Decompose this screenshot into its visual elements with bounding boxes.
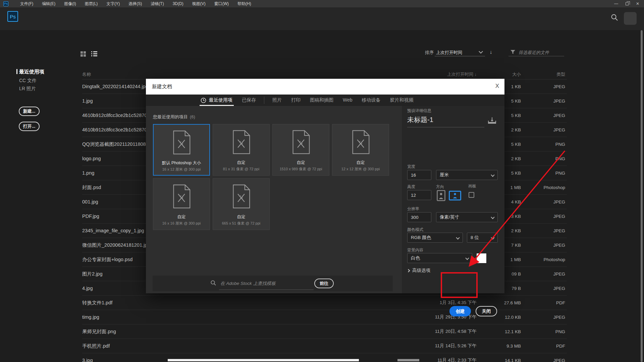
menu-item[interactable]: 图像(I) bbox=[60, 0, 80, 7]
dialog-tab[interactable]: 已保存 bbox=[237, 95, 261, 106]
document-template-icon bbox=[172, 130, 191, 155]
col-type[interactable]: 类型 bbox=[521, 71, 565, 77]
template-card[interactable]: 自定 665 x 51 像素 @ 72 ppi bbox=[213, 178, 270, 230]
chevron-down-icon bbox=[491, 215, 494, 219]
table-row[interactable]: 手机照片.pdf 11月 14日, 5:26 下午 9.3 MB PDF bbox=[82, 339, 567, 353]
annotation-highlight-box bbox=[441, 272, 478, 298]
template-card[interactable]: 默认 Photoshop 大小 16 x 12 厘米 @ 300 ppi bbox=[153, 124, 210, 176]
preset-header: 预设详细信息 bbox=[407, 108, 431, 114]
dialog-title-bar: 新建文档 X bbox=[146, 79, 504, 95]
horizontal-scrollbar[interactable] bbox=[168, 359, 359, 361]
document-template-icon bbox=[291, 130, 311, 155]
vertical-scrollbar[interactable] bbox=[641, 30, 643, 362]
sort-direction-icon[interactable]: ↓ bbox=[490, 49, 492, 55]
background-label: 背景内容 bbox=[407, 247, 423, 253]
chevron-down-icon bbox=[491, 173, 494, 177]
menu-item[interactable]: 选择(S) bbox=[124, 0, 146, 7]
save-preset-icon[interactable] bbox=[488, 117, 496, 125]
sort-label: 排序 bbox=[425, 50, 434, 56]
table-header[interactable]: 名称 上次打开时间 ↓ 大小 类型 bbox=[82, 70, 567, 79]
document-name-input[interactable]: 未标题-1 bbox=[407, 115, 484, 127]
search-icon[interactable] bbox=[610, 13, 619, 21]
account-avatar[interactable] bbox=[624, 12, 637, 25]
sidebar-nav-item[interactable]: LR 照片 bbox=[19, 86, 36, 92]
template-cards: 默认 Photoshop 大小 16 x 12 厘米 @ 300 ppi 自定 … bbox=[153, 124, 394, 230]
dialog-close-icon[interactable]: X bbox=[495, 83, 499, 89]
template-card[interactable]: 自定 16 x 16 厘米 @ 300 ppi bbox=[153, 178, 210, 230]
resolution-input[interactable]: 300 bbox=[407, 212, 431, 222]
sidebar-action-button[interactable]: 打开... bbox=[19, 122, 40, 131]
menu-item[interactable]: 视图(V) bbox=[188, 0, 210, 7]
background-select[interactable]: 白色 bbox=[407, 253, 472, 263]
menu-list: 文件(F)编辑(E)图像(I)图层(L)文字(Y)选择(S)滤镜(T)3D(D)… bbox=[16, 0, 256, 7]
artboard-checkbox[interactable] bbox=[469, 192, 474, 198]
horizontal-scrollbar-segment[interactable] bbox=[397, 359, 419, 361]
create-button[interactable]: 创建 bbox=[449, 306, 471, 316]
template-card[interactable]: 自定 12 x 12 厘米 @ 300 ppi bbox=[332, 124, 389, 176]
sort-select[interactable]: 上次打开时间 bbox=[435, 48, 485, 56]
background-color-swatch[interactable] bbox=[476, 253, 487, 263]
orientation-portrait-icon[interactable] bbox=[437, 190, 445, 201]
close-window-icon[interactable]: ✕ bbox=[636, 0, 639, 7]
dialog-tab[interactable]: 图稿和插图 bbox=[305, 95, 338, 106]
dialog-tab[interactable]: Web bbox=[338, 95, 357, 106]
col-size[interactable]: 大小 bbox=[477, 71, 521, 77]
document-template-icon bbox=[351, 130, 370, 155]
document-template-icon bbox=[231, 130, 251, 155]
sort-filter-row: 排序 上次打开时间 ↓ 筛选最近的文件 bbox=[0, 48, 644, 58]
chevron-down-icon bbox=[456, 236, 460, 239]
sidebar-nav-item[interactable]: CC 文件 bbox=[19, 78, 37, 84]
menu-item[interactable]: 图层(L) bbox=[80, 0, 102, 7]
height-input[interactable]: 12 bbox=[407, 190, 431, 200]
sidebar-nav-item[interactable]: 最近使用项 bbox=[19, 69, 44, 75]
height-label: 高度 bbox=[407, 184, 415, 190]
stock-search-placeholder[interactable]: 在 Adobe Stock 上查找模板 bbox=[220, 281, 276, 287]
menu-item[interactable]: 帮助(H) bbox=[233, 0, 256, 7]
unit-select[interactable]: 厘米 bbox=[436, 170, 498, 180]
color-mode-label: 颜色模式 bbox=[407, 227, 423, 233]
minimize-icon[interactable]: — bbox=[614, 0, 618, 7]
photoshop-taskbar-icon: Ps bbox=[3, 1, 8, 6]
menu-item[interactable]: 编辑(E) bbox=[38, 0, 60, 7]
recent-items-count: (6) bbox=[190, 114, 195, 119]
app-bar: Ps bbox=[0, 7, 644, 30]
new-document-dialog: 新建文档 X 最近使用项已保存照片打印图稿和插图Web移动设备胶片和视频 您最近… bbox=[146, 79, 504, 293]
preset-panel: 预设详细信息 未标题-1 宽度 16 厘米 高度 方向 画板 12 分辨率 30… bbox=[402, 106, 504, 293]
chevron-down-icon bbox=[491, 236, 494, 239]
dialog-title: 新建文档 bbox=[152, 83, 172, 90]
menu-item[interactable]: 文件(F) bbox=[16, 0, 38, 7]
resolution-label: 分辨率 bbox=[407, 206, 419, 212]
resolution-unit-select[interactable]: 像素/英寸 bbox=[436, 212, 498, 222]
width-input[interactable]: 16 bbox=[407, 170, 431, 180]
table-row[interactable]: 果师兄封面.png 11月 20日, 4:58 下午 12.1 KB PNG bbox=[82, 324, 567, 339]
col-name[interactable]: 名称 bbox=[82, 71, 337, 77]
color-mode-select[interactable]: RGB 颜色 bbox=[407, 233, 463, 243]
dialog-tab[interactable]: 胶片和视频 bbox=[385, 95, 418, 106]
menu-item[interactable]: 滤镜(T) bbox=[146, 0, 168, 7]
dialog-tab[interactable]: 移动设备 bbox=[357, 95, 385, 106]
search-icon bbox=[210, 280, 216, 286]
orientation-landscape-icon[interactable] bbox=[449, 191, 461, 200]
document-template-icon bbox=[172, 184, 191, 209]
menu-item[interactable]: 文字(Y) bbox=[102, 0, 124, 7]
dialog-tab[interactable]: 照片 bbox=[268, 95, 286, 106]
col-opened[interactable]: 上次打开时间 ↓ bbox=[337, 71, 477, 77]
restore-icon[interactable] bbox=[626, 2, 629, 5]
dialog-content: 您最近使用的项目(6) 默认 Photoshop 大小 16 x 12 厘米 @… bbox=[146, 106, 402, 293]
orientation-label: 方向 bbox=[436, 184, 444, 190]
template-card[interactable]: 自定 1510 x 989 像素 @ 72 ppi bbox=[272, 124, 329, 176]
dialog-tab[interactable]: 打印 bbox=[286, 95, 305, 106]
close-button[interactable]: 关闭 bbox=[476, 306, 497, 316]
go-button[interactable]: 前往 bbox=[314, 279, 334, 288]
tab-separator bbox=[264, 97, 264, 104]
template-card[interactable]: 自定 81 x 31 像素 @ 72 ppi bbox=[213, 124, 270, 176]
menu-item[interactable]: 3D(D) bbox=[168, 0, 188, 7]
sidebar-action-button[interactable]: 新建... bbox=[19, 107, 40, 116]
photoshop-logo: Ps bbox=[7, 11, 18, 22]
filter-input[interactable]: 筛选最近的文件 bbox=[508, 48, 564, 56]
menu-item[interactable]: 窗口(W) bbox=[210, 0, 233, 7]
stock-search-underline bbox=[219, 290, 314, 290]
artboard-label: 画板 bbox=[468, 183, 476, 189]
advanced-options-toggle[interactable]: 高级选项 bbox=[407, 267, 430, 274]
bit-depth-select[interactable]: 8 位 bbox=[467, 233, 498, 243]
